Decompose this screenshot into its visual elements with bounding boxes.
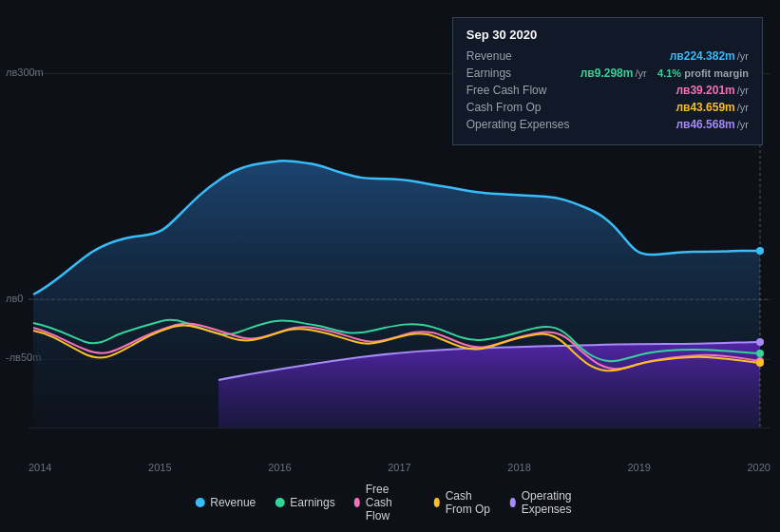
legend-label-revenue: Revenue (210, 496, 256, 509)
svg-point-5 (756, 359, 764, 367)
legend-label-earnings: Earnings (290, 496, 334, 509)
x-label-2018: 2018 (507, 462, 530, 473)
x-label-2014: 2014 (29, 462, 51, 473)
tooltip-row-cashfromop: Cash From Op лв43.659m/yr (466, 101, 749, 114)
tooltip-row-opex: Operating Expenses лв46.568m/yr (466, 118, 749, 131)
tooltip-label-revenue: Revenue (466, 49, 580, 63)
x-label-2020: 2020 (747, 462, 770, 473)
tooltip-box: Sep 30 2020 Revenue лв224.382m/yr Earnin… (452, 17, 763, 145)
profit-margin-text: 4.1% profit margin (657, 67, 749, 79)
tooltip-label-earnings: Earnings (466, 66, 580, 80)
legend-label-opex: Operating Expenses (522, 489, 585, 516)
tooltip-value-opex: лв46.568m/yr (675, 118, 749, 131)
legend-dot-revenue (195, 498, 204, 507)
x-label-2015: 2015 (148, 462, 171, 473)
legend-item-opex[interactable]: Operating Expenses (510, 489, 585, 516)
chart-container: лв300m лв0 -лв50m (0, 0, 780, 532)
tooltip-row-revenue: Revenue лв224.382m/yr (466, 49, 749, 63)
tooltip-title: Sep 30 2020 (466, 28, 749, 42)
legend-label-fcf: Free Cash Flow (366, 483, 415, 522)
legend-item-cashfromop[interactable]: Cash From Op (434, 489, 491, 516)
legend-dot-earnings (275, 498, 284, 507)
tooltip-row-fcf: Free Cash Flow лв39.201m/yr (466, 84, 749, 97)
x-label-2017: 2017 (388, 462, 410, 473)
tooltip-label-opex: Operating Expenses (466, 118, 580, 131)
x-label-2019: 2019 (627, 462, 650, 473)
legend-dot-opex (510, 498, 516, 507)
tooltip-row-earnings: Earnings лв9.298m/yr 4.1% profit margin (466, 66, 749, 80)
svg-point-6 (756, 338, 764, 346)
legend-label-cashfromop: Cash From Op (446, 489, 491, 516)
legend-item-revenue[interactable]: Revenue (195, 496, 256, 509)
svg-point-3 (756, 350, 764, 357)
legend-item-earnings[interactable]: Earnings (275, 496, 334, 509)
svg-point-2 (756, 247, 764, 255)
x-label-2016: 2016 (268, 462, 291, 473)
tooltip-value-cashfromop: лв43.659m/yr (675, 101, 749, 114)
chart-legend: Revenue Earnings Free Cash Flow Cash Fro… (195, 483, 585, 522)
tooltip-value-revenue: лв224.382m/yr (670, 49, 749, 63)
tooltip-label-fcf: Free Cash Flow (466, 84, 580, 97)
legend-dot-fcf (354, 498, 360, 507)
tooltip-label-cashfromop: Cash From Op (466, 101, 580, 114)
tooltip-value-fcf: лв39.201m/yr (675, 84, 749, 97)
legend-dot-cashfromop (434, 498, 440, 507)
legend-item-fcf[interactable]: Free Cash Flow (354, 483, 415, 522)
tooltip-value-earnings: лв9.298m/yr 4.1% profit margin (580, 66, 749, 80)
